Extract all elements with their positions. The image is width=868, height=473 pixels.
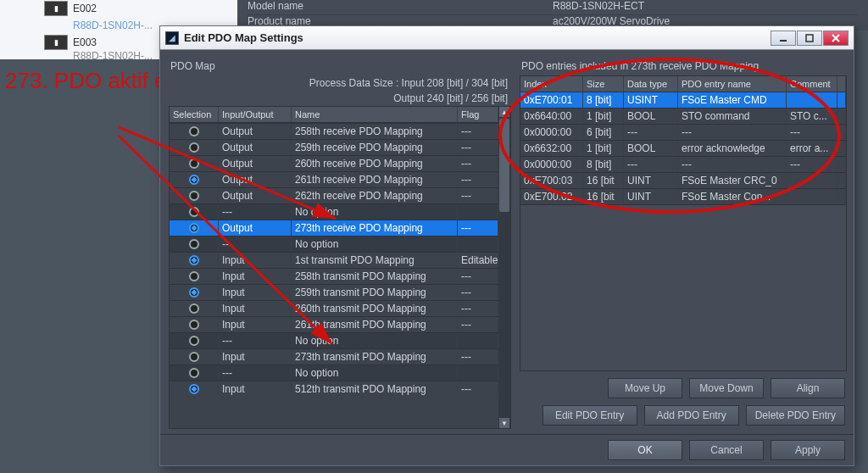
cancel-button[interactable]: Cancel	[689, 440, 764, 460]
name-cell: No option	[292, 204, 458, 220]
flag-cell	[458, 236, 498, 252]
tree-row-sub[interactable]: R88D-1SN02H-...	[0, 47, 159, 64]
edit-pdo-entry-button[interactable]: Edit PDO Entry	[542, 405, 637, 426]
table-row[interactable]: Input 261th transmit PDO Mapping ---	[170, 316, 510, 332]
tree-row[interactable]: ▮ E002	[0, 0, 237, 17]
entry-type: ---	[624, 125, 678, 140]
flag-cell: ---	[458, 317, 498, 332]
flag-cell: ---	[458, 285, 498, 300]
entries-title: PDO entries included in 273th receive PD…	[520, 57, 847, 75]
flag-cell: ---	[458, 269, 498, 284]
table-row[interactable]: 0xE700:03 16 [bit UINT FSoE Master CRC_0	[520, 172, 846, 188]
move-up-button[interactable]: Move Up	[608, 378, 682, 398]
minimize-button[interactable]	[771, 31, 796, 46]
scrollbar-vertical[interactable]: ▲ ▼	[498, 107, 510, 428]
selection-radio[interactable]	[170, 317, 219, 332]
name-cell: 260th receive PDO Mapping	[292, 156, 458, 171]
add-pdo-entry-button[interactable]: Add PDO Entry	[644, 405, 739, 426]
selection-radio[interactable]	[170, 124, 219, 139]
io-cell: ---	[219, 204, 292, 220]
selection-radio[interactable]	[170, 220, 219, 236]
table-row[interactable]: 0x6640:00 1 [bit] BOOL STO command STO c…	[520, 108, 846, 124]
flag-cell: ---	[458, 381, 498, 397]
device-slot: E002	[73, 3, 97, 14]
edit-pdo-dialog: ◢ Edit PDO Map Settings PDO Map Process …	[159, 25, 854, 466]
name-cell: No option	[292, 333, 458, 348]
selection-radio[interactable]	[170, 140, 219, 155]
table-row[interactable]: Input 258th transmit PDO Mapping ---	[170, 268, 510, 284]
scroll-thumb[interactable]	[499, 119, 509, 212]
table-row[interactable]: Output 261th receive PDO Mapping ---	[170, 171, 510, 187]
selection-radio[interactable]	[170, 381, 219, 397]
table-row[interactable]: Input 260th transmit PDO Mapping ---	[170, 300, 510, 316]
io-cell: ---	[219, 365, 292, 381]
align-button[interactable]: Align	[771, 378, 845, 398]
table-row[interactable]: Output 258th receive PDO Mapping ---	[170, 123, 510, 139]
selection-radio[interactable]	[170, 365, 219, 381]
scroll-up-button[interactable]: ▲	[499, 107, 509, 117]
table-row[interactable]: Input 259th transmit PDO Mapping ---	[170, 284, 510, 300]
apply-button[interactable]: Apply	[771, 440, 845, 460]
table-row[interactable]: Output 273th receive PDO Mapping ---	[170, 220, 510, 236]
entry-comment	[787, 189, 837, 204]
selection-radio[interactable]	[170, 204, 219, 220]
selection-radio[interactable]	[170, 156, 219, 171]
table-row[interactable]: Output 260th receive PDO Mapping ---	[170, 155, 510, 171]
device-model: R88D-1SN02H-...	[73, 50, 153, 62]
table-row[interactable]: Input 512th transmit PDO Mapping ---	[170, 381, 510, 397]
svg-rect-2	[806, 35, 813, 42]
flag-cell: ---	[458, 349, 498, 364]
table-row[interactable]: --- No option	[170, 203, 510, 220]
table-row[interactable]: 0x0000:00 6 [bit] --- --- ---	[520, 124, 846, 140]
selection-radio[interactable]	[170, 301, 219, 316]
entry-type: BOOL	[624, 109, 678, 124]
entry-comment: error a...	[787, 141, 837, 156]
name-cell: No option	[292, 365, 458, 381]
name-cell: No option	[292, 236, 458, 252]
device-slot: E003	[73, 36, 97, 48]
entries-empty-area	[520, 205, 847, 371]
table-row[interactable]: 0xE700:01 8 [bit] USINT FSoE Master CMD	[520, 92, 846, 108]
prop-label: Model name	[248, 0, 553, 15]
process-size-line1: Process Data Size : Input 208 [bit] / 30…	[169, 75, 511, 91]
flag-cell: ---	[458, 156, 498, 171]
close-button[interactable]	[823, 31, 849, 46]
selection-radio[interactable]	[170, 333, 219, 348]
pdo-map-table[interactable]: Selection Input/Output Name Flag Output …	[169, 106, 511, 429]
move-down-button[interactable]: Move Down	[689, 378, 764, 398]
selection-radio[interactable]	[170, 172, 219, 187]
table-row[interactable]: 0x0000:00 8 [bit] --- --- ---	[520, 156, 846, 172]
scroll-down-button[interactable]: ▼	[499, 418, 509, 428]
table-row[interactable]: 0xE700:02 16 [bit UINT FSoE Master Con..…	[520, 188, 846, 204]
table-row[interactable]: --- No option	[170, 364, 510, 381]
entry-size: 1 [bit]	[583, 109, 624, 124]
entries-table[interactable]: Index Size Data type PDO entry name Comm…	[520, 75, 847, 205]
selection-radio[interactable]	[170, 236, 219, 252]
table-row[interactable]: --- No option	[170, 236, 510, 252]
table-row[interactable]: 0x6632:00 1 [bit] BOOL error acknowledge…	[520, 140, 846, 156]
table-row[interactable]: Input 1st transmit PDO Mapping Editable	[170, 252, 510, 268]
selection-radio[interactable]	[170, 269, 219, 284]
io-cell: Input	[219, 285, 292, 300]
selection-radio[interactable]	[170, 285, 219, 300]
name-cell: 273th receive PDO Mapping	[292, 220, 458, 236]
name-cell: 512th transmit PDO Mapping	[292, 381, 458, 397]
table-row[interactable]: --- No option	[170, 332, 510, 348]
entry-size: 8 [bit]	[583, 92, 624, 108]
table-row[interactable]: Output 259th receive PDO Mapping ---	[170, 139, 510, 155]
selection-radio[interactable]	[170, 349, 219, 364]
ok-button[interactable]: OK	[608, 440, 682, 460]
button-row-2: Edit PDO Entry Add PDO Entry Delete PDO …	[520, 402, 847, 429]
dialog-titlebar[interactable]: ◢ Edit PDO Map Settings	[160, 26, 854, 50]
table-row[interactable]: Output 262th receive PDO Mapping ---	[170, 187, 510, 203]
maximize-button[interactable]	[797, 31, 822, 46]
selection-radio[interactable]	[170, 188, 219, 203]
entry-index: 0x6640:00	[520, 109, 583, 124]
table-row[interactable]: Input 273th transmit PDO Mapping ---	[170, 348, 510, 364]
delete-pdo-entry-button[interactable]: Delete PDO Entry	[746, 405, 845, 426]
prop-value: R88D-1SN02H-ECT	[553, 0, 858, 15]
entry-comment	[787, 92, 837, 108]
entry-name: error acknowledge	[678, 141, 787, 156]
selection-radio[interactable]	[170, 253, 219, 268]
entry-index: 0xE700:02	[520, 189, 583, 204]
